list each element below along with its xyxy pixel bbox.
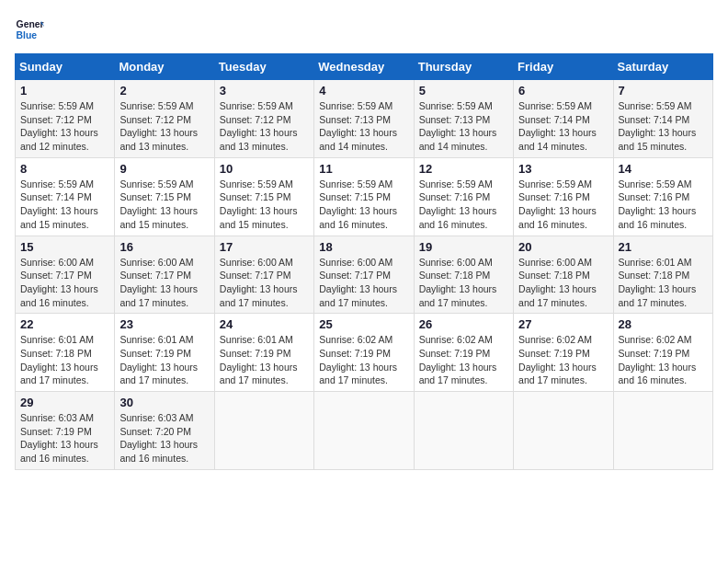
calendar-week-row: 8Sunrise: 5:59 AMSunset: 7:14 PMDaylight… <box>16 157 713 236</box>
day-number: 1 <box>20 84 109 98</box>
calendar-cell: 6Sunrise: 5:59 AMSunset: 7:14 PMDaylight… <box>514 80 613 158</box>
calendar-cell: 2Sunrise: 5:59 AMSunset: 7:12 PMDaylight… <box>115 80 214 158</box>
day-info: Sunrise: 6:03 AMSunset: 7:20 PMDaylight:… <box>119 411 209 465</box>
day-info: Sunrise: 6:01 AMSunset: 7:18 PMDaylight:… <box>20 333 109 387</box>
day-number: 6 <box>518 84 608 98</box>
day-number: 7 <box>619 84 708 98</box>
day-number: 4 <box>319 84 408 98</box>
day-info: Sunrise: 6:00 AMSunset: 7:17 PMDaylight:… <box>20 256 109 310</box>
day-number: 3 <box>220 84 309 98</box>
day-info: Sunrise: 6:03 AMSunset: 7:19 PMDaylight:… <box>20 411 109 465</box>
calendar-cell: 22Sunrise: 6:01 AMSunset: 7:18 PMDayligh… <box>16 314 115 392</box>
day-number: 18 <box>319 240 408 254</box>
calendar-week-row: 22Sunrise: 6:01 AMSunset: 7:18 PMDayligh… <box>16 314 713 392</box>
calendar-cell: 29Sunrise: 6:03 AMSunset: 7:19 PMDayligh… <box>16 392 115 470</box>
day-info: Sunrise: 5:59 AMSunset: 7:13 PMDaylight:… <box>419 99 508 154</box>
day-info: Sunrise: 5:59 AMSunset: 7:14 PMDaylight:… <box>20 178 109 232</box>
day-info: Sunrise: 5:59 AMSunset: 7:16 PMDaylight:… <box>619 178 708 232</box>
calendar-cell: 1Sunrise: 5:59 AMSunset: 7:12 PMDaylight… <box>16 80 115 158</box>
calendar-cell <box>613 392 712 470</box>
calendar-cell <box>514 392 613 470</box>
day-number: 15 <box>20 240 109 254</box>
calendar-cell: 8Sunrise: 5:59 AMSunset: 7:14 PMDaylight… <box>16 157 115 236</box>
logo: General Blue <box>15 15 48 44</box>
calendar-cell: 24Sunrise: 6:01 AMSunset: 7:19 PMDayligh… <box>214 314 313 392</box>
day-info: Sunrise: 6:00 AMSunset: 7:17 PMDaylight:… <box>220 256 309 310</box>
logo-icon: General Blue <box>15 15 44 44</box>
calendar-cell: 30Sunrise: 6:03 AMSunset: 7:20 PMDayligh… <box>115 392 214 470</box>
calendar-week-row: 29Sunrise: 6:03 AMSunset: 7:19 PMDayligh… <box>16 392 713 470</box>
calendar-cell: 25Sunrise: 6:02 AMSunset: 7:19 PMDayligh… <box>314 314 414 392</box>
calendar-cell: 23Sunrise: 6:01 AMSunset: 7:19 PMDayligh… <box>115 314 214 392</box>
day-info: Sunrise: 6:00 AMSunset: 7:17 PMDaylight:… <box>319 256 408 310</box>
day-number: 11 <box>319 162 408 176</box>
day-info: Sunrise: 6:01 AMSunset: 7:19 PMDaylight:… <box>119 333 209 387</box>
day-number: 13 <box>518 162 608 176</box>
calendar-cell <box>314 392 414 470</box>
day-number: 23 <box>119 317 209 331</box>
calendar-cell <box>214 392 313 470</box>
calendar-cell: 15Sunrise: 6:00 AMSunset: 7:17 PMDayligh… <box>16 236 115 314</box>
calendar-cell: 9Sunrise: 5:59 AMSunset: 7:15 PMDaylight… <box>115 157 214 236</box>
calendar-cell: 3Sunrise: 5:59 AMSunset: 7:12 PMDaylight… <box>214 80 313 158</box>
calendar-cell: 10Sunrise: 5:59 AMSunset: 7:15 PMDayligh… <box>214 157 313 236</box>
header-friday: Friday <box>514 54 613 80</box>
day-info: Sunrise: 6:00 AMSunset: 7:18 PMDaylight:… <box>518 256 608 310</box>
day-info: Sunrise: 5:59 AMSunset: 7:14 PMDaylight:… <box>518 99 608 154</box>
day-number: 27 <box>518 317 608 331</box>
day-info: Sunrise: 5:59 AMSunset: 7:14 PMDaylight:… <box>619 99 708 154</box>
header-monday: Monday <box>115 54 214 80</box>
header-saturday: Saturday <box>613 54 712 80</box>
calendar-cell: 18Sunrise: 6:00 AMSunset: 7:17 PMDayligh… <box>314 236 414 314</box>
calendar-cell: 5Sunrise: 5:59 AMSunset: 7:13 PMDaylight… <box>414 80 513 158</box>
header-wednesday: Wednesday <box>314 54 414 80</box>
day-number: 8 <box>20 162 109 176</box>
calendar-cell: 14Sunrise: 5:59 AMSunset: 7:16 PMDayligh… <box>613 157 712 236</box>
day-info: Sunrise: 5:59 AMSunset: 7:12 PMDaylight:… <box>20 99 109 154</box>
calendar-cell: 11Sunrise: 5:59 AMSunset: 7:15 PMDayligh… <box>314 157 414 236</box>
calendar-week-row: 1Sunrise: 5:59 AMSunset: 7:12 PMDaylight… <box>16 80 713 158</box>
day-number: 28 <box>619 317 708 331</box>
calendar-cell: 13Sunrise: 5:59 AMSunset: 7:16 PMDayligh… <box>514 157 613 236</box>
calendar-cell: 7Sunrise: 5:59 AMSunset: 7:14 PMDaylight… <box>613 80 712 158</box>
page-header: General Blue <box>15 15 713 44</box>
day-number: 10 <box>220 162 309 176</box>
day-number: 12 <box>419 162 508 176</box>
calendar-cell: 27Sunrise: 6:02 AMSunset: 7:19 PMDayligh… <box>514 314 613 392</box>
calendar-table: SundayMondayTuesdayWednesdayThursdayFrid… <box>15 53 713 470</box>
day-info: Sunrise: 5:59 AMSunset: 7:12 PMDaylight:… <box>119 99 209 154</box>
day-number: 21 <box>619 240 708 254</box>
calendar-cell: 16Sunrise: 6:00 AMSunset: 7:17 PMDayligh… <box>115 236 214 314</box>
day-number: 9 <box>119 162 209 176</box>
day-number: 5 <box>419 84 508 98</box>
calendar-cell: 19Sunrise: 6:00 AMSunset: 7:18 PMDayligh… <box>414 236 513 314</box>
day-number: 25 <box>319 317 408 331</box>
calendar-cell: 21Sunrise: 6:01 AMSunset: 7:18 PMDayligh… <box>613 236 712 314</box>
day-info: Sunrise: 5:59 AMSunset: 7:16 PMDaylight:… <box>518 178 608 232</box>
day-number: 16 <box>119 240 209 254</box>
day-number: 26 <box>419 317 508 331</box>
svg-text:Blue: Blue <box>17 30 38 40</box>
day-info: Sunrise: 6:02 AMSunset: 7:19 PMDaylight:… <box>619 333 708 387</box>
day-number: 30 <box>119 396 209 409</box>
header-thursday: Thursday <box>414 54 513 80</box>
calendar-cell: 20Sunrise: 6:00 AMSunset: 7:18 PMDayligh… <box>514 236 613 314</box>
day-info: Sunrise: 6:00 AMSunset: 7:18 PMDaylight:… <box>419 256 508 310</box>
calendar-cell <box>414 392 513 470</box>
day-info: Sunrise: 6:01 AMSunset: 7:19 PMDaylight:… <box>220 333 309 387</box>
day-info: Sunrise: 5:59 AMSunset: 7:12 PMDaylight:… <box>220 99 309 154</box>
calendar-cell: 28Sunrise: 6:02 AMSunset: 7:19 PMDayligh… <box>613 314 712 392</box>
svg-text:General: General <box>17 19 44 29</box>
day-number: 17 <box>220 240 309 254</box>
day-info: Sunrise: 6:00 AMSunset: 7:17 PMDaylight:… <box>119 256 209 310</box>
calendar-cell: 4Sunrise: 5:59 AMSunset: 7:13 PMDaylight… <box>314 80 414 158</box>
calendar-cell: 17Sunrise: 6:00 AMSunset: 7:17 PMDayligh… <box>214 236 313 314</box>
day-info: Sunrise: 5:59 AMSunset: 7:13 PMDaylight:… <box>319 99 408 154</box>
day-number: 29 <box>20 396 109 409</box>
day-info: Sunrise: 5:59 AMSunset: 7:15 PMDaylight:… <box>319 178 408 232</box>
calendar-header-row: SundayMondayTuesdayWednesdayThursdayFrid… <box>16 54 713 80</box>
day-info: Sunrise: 5:59 AMSunset: 7:15 PMDaylight:… <box>119 178 209 232</box>
day-info: Sunrise: 5:59 AMSunset: 7:16 PMDaylight:… <box>419 178 508 232</box>
day-info: Sunrise: 6:01 AMSunset: 7:18 PMDaylight:… <box>619 256 708 310</box>
day-number: 19 <box>419 240 508 254</box>
